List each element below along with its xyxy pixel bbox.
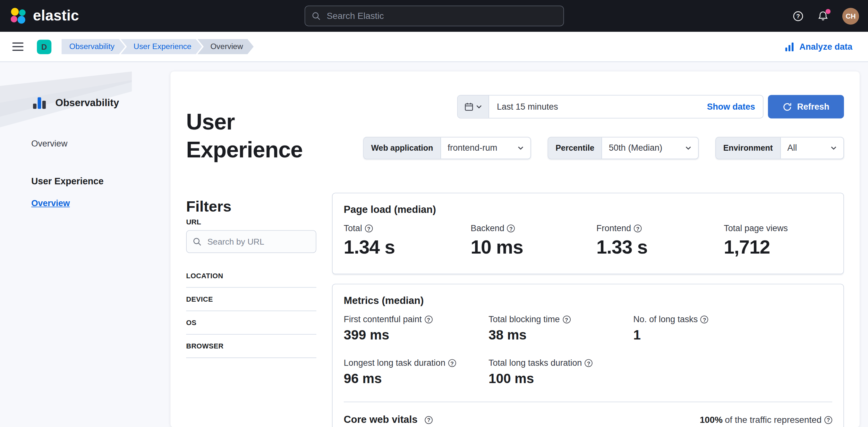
show-dates-button[interactable]: Show dates — [699, 96, 763, 118]
notifications-button[interactable] — [818, 10, 828, 21]
stat-total-value: 1.34 s — [344, 236, 471, 258]
menu-hamburger-icon — [12, 42, 23, 52]
refresh-button[interactable]: Refresh — [768, 95, 844, 118]
question-in-circle-icon[interactable] — [425, 316, 432, 323]
date-picker: Last 15 minutes Show dates — [457, 95, 764, 118]
stat-long-tasks: No. of long tasks 1 — [633, 315, 832, 343]
core-web-vitals-header: Core web vitals 100% of the traffic repr… — [344, 414, 832, 426]
web-application-select[interactable]: Web application frontend-rum — [364, 137, 531, 159]
breadcrumb-observability[interactable]: Observability — [62, 39, 125, 54]
stat-fcp-value: 399 ms — [344, 327, 489, 343]
global-header: elastic ? CH — [0, 0, 868, 32]
metrics-card: Metrics (median) First contentful paint … — [332, 284, 844, 427]
breadcrumb-bar: D Observability User Experience Overview… — [0, 32, 868, 62]
environment-select[interactable]: Environment All — [715, 137, 844, 159]
sidebar-solution-header: Observability — [32, 96, 119, 110]
page-load-title: Page load (median) — [344, 204, 832, 216]
question-in-circle-icon[interactable] — [448, 359, 456, 367]
sidebar-item-overview[interactable]: Overview — [31, 138, 68, 149]
page-title: User Experience — [186, 108, 326, 163]
question-in-circle-icon[interactable] — [585, 359, 592, 367]
sidebar-item-ux-overview[interactable]: Overview — [31, 198, 70, 208]
search-icon — [193, 237, 202, 246]
sidebar: Observability Overview User Experience O… — [0, 62, 168, 427]
sidebar-solution-title: Observability — [56, 97, 119, 109]
date-quick-select-button[interactable] — [458, 96, 489, 118]
stat-backend: Backend 10 ms — [471, 224, 596, 258]
filter-controls: Web application frontend-rum Percentile … — [364, 137, 844, 159]
question-in-circle-icon[interactable] — [701, 316, 708, 323]
page-load-card: Page load (median) Total 1.34 s Backend … — [332, 193, 844, 274]
divider — [344, 402, 832, 402]
question-in-circle-icon[interactable] — [425, 416, 432, 424]
filters-title: Filters — [186, 198, 231, 216]
percentile-label: Percentile — [548, 137, 602, 159]
help-icon: ? — [793, 10, 804, 22]
question-in-circle-icon[interactable] — [825, 416, 832, 424]
stat-long-tasks-label: No. of long tasks — [633, 315, 698, 324]
filter-section-browser[interactable]: BROWSER — [186, 335, 316, 358]
metrics-row-1: First contentful paint 399 ms Total bloc… — [344, 315, 832, 343]
core-web-vitals-title: Core web vitals — [344, 414, 417, 426]
elastic-logo-icon — [9, 6, 28, 25]
stat-longest-task-label: Longest long task duration — [344, 358, 445, 368]
stat-total-task-duration-label: Total long tasks duration — [489, 358, 582, 368]
traffic-text: of the traffic represented — [725, 415, 822, 425]
refresh-icon — [783, 102, 792, 111]
traffic-represented: 100% of the traffic represented — [700, 415, 832, 425]
url-search-input[interactable] — [206, 236, 310, 247]
stat-backend-label: Backend — [471, 224, 504, 233]
calendar-icon — [464, 102, 473, 111]
question-in-circle-icon[interactable] — [365, 224, 372, 232]
filter-section-location[interactable]: LOCATION — [186, 264, 316, 288]
date-range-button[interactable]: Last 15 minutes — [489, 96, 699, 118]
question-in-circle-icon[interactable] — [563, 316, 570, 323]
breadcrumb-user-experience[interactable]: User Experience — [121, 39, 202, 54]
observability-logo-icon — [32, 96, 47, 110]
help-button[interactable]: ? — [793, 10, 804, 22]
notification-dot — [826, 9, 831, 14]
menu-button[interactable] — [12, 42, 23, 52]
environment-value: All — [781, 137, 831, 159]
stat-total-task-duration-value: 100 ms — [489, 370, 633, 387]
stat-tbt-value: 38 ms — [489, 327, 633, 343]
global-search-input[interactable] — [326, 10, 557, 22]
page-load-stats: Total 1.34 s Backend 10 ms Frontend 1.33… — [344, 224, 832, 258]
breadcrumb-overview: Overview — [197, 39, 254, 54]
filter-section-os[interactable]: OS — [186, 311, 316, 335]
deployment-badge[interactable]: D — [37, 39, 51, 54]
stat-total: Total 1.34 s — [344, 224, 471, 258]
url-search[interactable] — [186, 230, 316, 253]
web-application-value: frontend-rum — [441, 137, 518, 159]
chevron-down-icon — [476, 105, 482, 109]
main-panel: User Experience Last 15 minutes Show dat… — [170, 71, 859, 427]
analyze-data-icon — [785, 42, 795, 52]
stat-backend-value: 10 ms — [471, 236, 596, 258]
question-in-circle-icon[interactable] — [634, 224, 642, 232]
sidebar-section-user-experience: User Experience — [31, 176, 103, 187]
stat-longest-task: Longest long task duration 96 ms — [344, 358, 489, 387]
filter-accordions: LOCATION DEVICE OS BROWSER — [186, 264, 316, 358]
stat-tbt-label: Total blocking time — [489, 315, 560, 324]
stat-page-views-value: 1,712 — [724, 236, 832, 258]
brand-name: elastic — [33, 7, 79, 25]
percentile-select[interactable]: Percentile 50th (Median) — [548, 137, 699, 159]
stat-total-task-duration: Total long tasks duration 100 ms — [489, 358, 633, 387]
stat-page-views-label: Total page views — [724, 224, 788, 233]
analyze-data-link[interactable]: Analyze data — [785, 42, 852, 52]
svg-text:?: ? — [797, 13, 800, 20]
global-search[interactable] — [304, 5, 564, 26]
stat-fcp: First contentful paint 399 ms — [344, 315, 489, 343]
stat-frontend-value: 1.33 s — [596, 236, 724, 258]
app-window: elastic ? CH — [0, 0, 868, 427]
chevron-down-icon — [685, 146, 691, 150]
question-in-circle-icon[interactable] — [507, 224, 515, 232]
filter-section-device[interactable]: DEVICE — [186, 288, 316, 311]
user-avatar[interactable]: CH — [842, 8, 859, 24]
chevron-down-icon — [831, 146, 837, 150]
chevron-down-icon — [518, 146, 524, 150]
traffic-percent: 100% — [700, 415, 722, 425]
metrics-title: Metrics (median) — [344, 295, 832, 307]
elastic-home-link[interactable]: elastic — [9, 6, 79, 25]
environment-label: Environment — [716, 137, 780, 159]
